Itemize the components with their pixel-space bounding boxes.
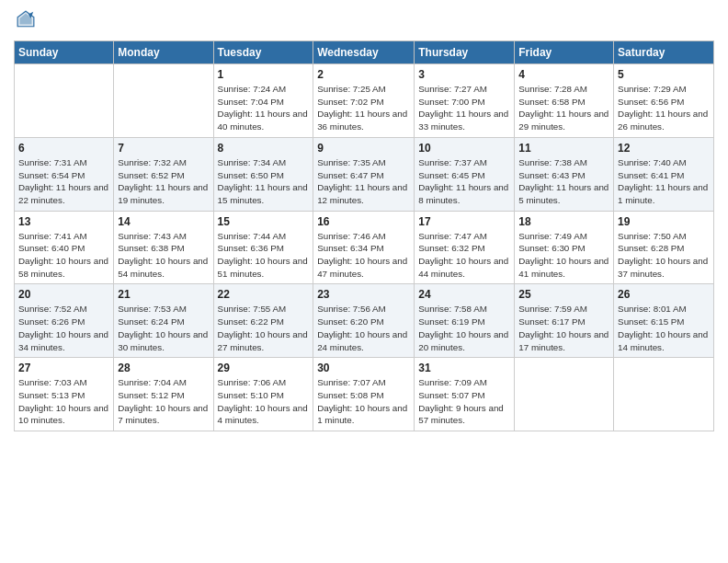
day-number: 13 (18, 215, 109, 228)
calendar-cell: 8Sunrise: 7:34 AMSunset: 6:50 PMDaylight… (213, 137, 313, 211)
day-number: 28 (118, 362, 209, 374)
day-info: Sunrise: 7:04 AMSunset: 5:12 PMDaylight:… (118, 376, 209, 427)
day-number: 10 (418, 142, 510, 155)
calendar-cell: 9Sunrise: 7:35 AMSunset: 6:47 PMDaylight… (313, 137, 415, 211)
day-number: 2 (317, 68, 410, 81)
day-number: 24 (418, 288, 510, 301)
day-info: Sunrise: 7:56 AMSunset: 6:20 PMDaylight:… (317, 303, 410, 353)
day-number: 26 (618, 288, 710, 301)
day-number: 7 (118, 142, 209, 155)
day-number: 17 (418, 215, 510, 228)
day-number: 1 (218, 68, 310, 81)
calendar-cell: 20Sunrise: 7:52 AMSunset: 6:26 PMDayligh… (15, 284, 114, 358)
calendar-cell: 30Sunrise: 7:07 AMSunset: 5:08 PMDayligh… (313, 358, 415, 431)
calendar-week-row: 27Sunrise: 7:03 AMSunset: 5:13 PMDayligh… (15, 358, 714, 431)
logo-icon (16, 9, 36, 29)
day-info: Sunrise: 7:37 AMSunset: 6:45 PMDaylight:… (418, 156, 510, 207)
calendar-cell: 26Sunrise: 8:01 AMSunset: 6:15 PMDayligh… (614, 284, 714, 358)
day-info: Sunrise: 7:43 AMSunset: 6:38 PMDaylight:… (118, 230, 209, 281)
day-info: Sunrise: 7:34 AMSunset: 6:50 PMDaylight:… (218, 156, 310, 207)
day-info: Sunrise: 7:31 AMSunset: 6:54 PMDaylight:… (18, 156, 109, 207)
calendar-cell: 13Sunrise: 7:41 AMSunset: 6:40 PMDayligh… (15, 211, 114, 284)
calendar-cell: 19Sunrise: 7:50 AMSunset: 6:28 PMDayligh… (614, 211, 714, 284)
day-info: Sunrise: 7:07 AMSunset: 5:08 PMDaylight:… (317, 376, 410, 427)
calendar-week-row: 1Sunrise: 7:24 AMSunset: 7:04 PMDaylight… (15, 64, 714, 138)
logo (14, 9, 38, 33)
day-info: Sunrise: 7:49 AMSunset: 6:30 PMDaylight:… (518, 230, 609, 281)
day-info: Sunrise: 7:09 AMSunset: 5:07 PMDaylight:… (418, 376, 510, 427)
page: SundayMondayTuesdayWednesdayThursdayFrid… (0, 0, 728, 441)
day-number: 20 (18, 288, 109, 301)
day-number: 30 (317, 362, 410, 374)
day-number: 31 (418, 362, 510, 374)
day-info: Sunrise: 7:52 AMSunset: 6:26 PMDaylight:… (18, 303, 109, 353)
day-info: Sunrise: 7:28 AMSunset: 6:58 PMDaylight:… (518, 83, 609, 133)
weekday-header-monday: Monday (114, 41, 213, 64)
calendar-cell: 7Sunrise: 7:32 AMSunset: 6:52 PMDaylight… (114, 137, 213, 211)
day-number: 27 (18, 362, 109, 374)
calendar-cell (614, 358, 714, 431)
calendar-cell: 14Sunrise: 7:43 AMSunset: 6:38 PMDayligh… (114, 211, 213, 284)
day-number: 6 (18, 142, 109, 155)
calendar-cell: 25Sunrise: 7:59 AMSunset: 6:17 PMDayligh… (515, 284, 614, 358)
calendar-cell: 21Sunrise: 7:53 AMSunset: 6:24 PMDayligh… (114, 284, 213, 358)
day-number: 14 (118, 215, 209, 228)
calendar-cell: 3Sunrise: 7:27 AMSunset: 7:00 PMDaylight… (415, 64, 515, 138)
day-number: 12 (618, 142, 710, 155)
day-info: Sunrise: 8:01 AMSunset: 6:15 PMDaylight:… (618, 303, 710, 353)
day-info: Sunrise: 7:06 AMSunset: 5:10 PMDaylight:… (218, 376, 310, 427)
weekday-header-friday: Friday (515, 41, 614, 64)
calendar-header-row: SundayMondayTuesdayWednesdayThursdayFrid… (15, 41, 714, 64)
day-number: 29 (218, 362, 310, 374)
day-info: Sunrise: 7:25 AMSunset: 7:02 PMDaylight:… (317, 83, 410, 133)
calendar-cell: 22Sunrise: 7:55 AMSunset: 6:22 PMDayligh… (213, 284, 313, 358)
calendar-cell: 6Sunrise: 7:31 AMSunset: 6:54 PMDaylight… (15, 137, 114, 211)
day-info: Sunrise: 7:38 AMSunset: 6:43 PMDaylight:… (518, 156, 609, 207)
calendar-cell: 24Sunrise: 7:58 AMSunset: 6:19 PMDayligh… (415, 284, 515, 358)
weekday-header-thursday: Thursday (415, 41, 515, 64)
day-number: 9 (317, 142, 410, 155)
day-number: 21 (118, 288, 209, 301)
calendar-cell (114, 64, 213, 138)
day-info: Sunrise: 7:55 AMSunset: 6:22 PMDaylight:… (218, 303, 310, 353)
calendar-cell: 27Sunrise: 7:03 AMSunset: 5:13 PMDayligh… (15, 358, 114, 431)
header (14, 9, 714, 33)
calendar-cell: 18Sunrise: 7:49 AMSunset: 6:30 PMDayligh… (515, 211, 614, 284)
day-info: Sunrise: 7:44 AMSunset: 6:36 PMDaylight:… (218, 230, 310, 281)
day-info: Sunrise: 7:50 AMSunset: 6:28 PMDaylight:… (618, 230, 710, 281)
calendar-cell: 31Sunrise: 7:09 AMSunset: 5:07 PMDayligh… (415, 358, 515, 431)
day-number: 25 (518, 288, 609, 301)
calendar-cell: 17Sunrise: 7:47 AMSunset: 6:32 PMDayligh… (415, 211, 515, 284)
calendar-cell: 10Sunrise: 7:37 AMSunset: 6:45 PMDayligh… (415, 137, 515, 211)
calendar-cell: 11Sunrise: 7:38 AMSunset: 6:43 PMDayligh… (515, 137, 614, 211)
day-info: Sunrise: 7:27 AMSunset: 7:00 PMDaylight:… (418, 83, 510, 133)
day-info: Sunrise: 7:03 AMSunset: 5:13 PMDaylight:… (18, 376, 109, 427)
day-info: Sunrise: 7:35 AMSunset: 6:47 PMDaylight:… (317, 156, 410, 207)
calendar-cell (15, 64, 114, 138)
calendar-cell: 5Sunrise: 7:29 AMSunset: 6:56 PMDaylight… (614, 64, 714, 138)
day-number: 19 (618, 215, 710, 228)
day-info: Sunrise: 7:47 AMSunset: 6:32 PMDaylight:… (418, 230, 510, 281)
calendar-cell: 2Sunrise: 7:25 AMSunset: 7:02 PMDaylight… (313, 64, 415, 138)
day-info: Sunrise: 7:59 AMSunset: 6:17 PMDaylight:… (518, 303, 609, 353)
day-info: Sunrise: 7:58 AMSunset: 6:19 PMDaylight:… (418, 303, 510, 353)
weekday-header-sunday: Sunday (15, 41, 114, 64)
day-info: Sunrise: 7:29 AMSunset: 6:56 PMDaylight:… (618, 83, 710, 133)
day-number: 22 (218, 288, 310, 301)
day-number: 3 (418, 68, 510, 81)
day-info: Sunrise: 7:32 AMSunset: 6:52 PMDaylight:… (118, 156, 209, 207)
day-info: Sunrise: 7:40 AMSunset: 6:41 PMDaylight:… (618, 156, 710, 207)
weekday-header-tuesday: Tuesday (213, 41, 313, 64)
calendar-cell: 15Sunrise: 7:44 AMSunset: 6:36 PMDayligh… (213, 211, 313, 284)
day-number: 16 (317, 215, 410, 228)
day-number: 11 (518, 142, 609, 155)
day-info: Sunrise: 7:53 AMSunset: 6:24 PMDaylight:… (118, 303, 209, 353)
calendar-cell: 1Sunrise: 7:24 AMSunset: 7:04 PMDaylight… (213, 64, 313, 138)
calendar-cell: 28Sunrise: 7:04 AMSunset: 5:12 PMDayligh… (114, 358, 213, 431)
calendar-cell: 4Sunrise: 7:28 AMSunset: 6:58 PMDaylight… (515, 64, 614, 138)
day-number: 15 (218, 215, 310, 228)
calendar-cell: 23Sunrise: 7:56 AMSunset: 6:20 PMDayligh… (313, 284, 415, 358)
day-number: 18 (518, 215, 609, 228)
calendar-week-row: 6Sunrise: 7:31 AMSunset: 6:54 PMDaylight… (15, 137, 714, 211)
calendar-cell (515, 358, 614, 431)
